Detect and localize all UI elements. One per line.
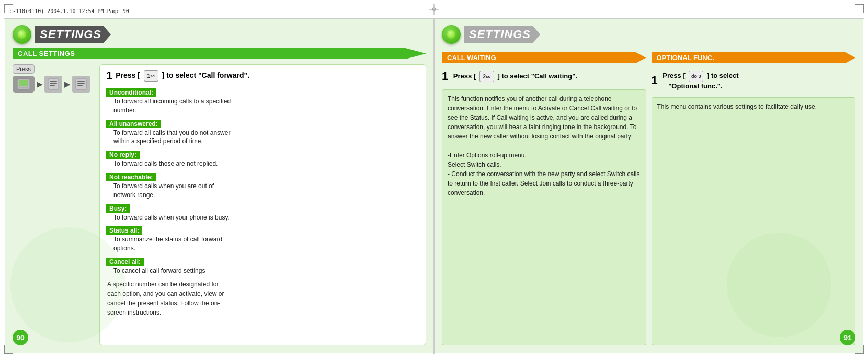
right-panels: CALL WAITING 1 Press [ 2sc ] to select "… — [442, 52, 855, 345]
call-waiting-info: This function notifies you of another ca… — [442, 89, 646, 345]
option-note: A specific number can be designated fore… — [106, 280, 419, 317]
settings-title-bg-right: SETTINGS — [464, 26, 540, 43]
option-no-reply: No reply: To forward calls those are not… — [106, 148, 419, 168]
svg-rect-16 — [77, 81, 85, 82]
optional-func-step-text: Press [ do 3 ] to select "Optional func.… — [661, 71, 739, 90]
svg-rect-13 — [50, 83, 57, 84]
option-desc-no-reply: To forward calls those are not replied. — [106, 159, 419, 168]
settings-icon-left — [13, 25, 31, 44]
option-status-all: Status all: To summarize the status of c… — [106, 224, 419, 253]
key-do3: do 3 — [689, 71, 703, 82]
options-list: Unconditional: To forward all incoming c… — [106, 86, 419, 275]
optional-func-label: OPTIONAL FUNC. — [657, 54, 714, 62]
left-page: SETTINGS CALL SETTINGS Press — [5, 19, 435, 353]
phone-icon-1 — [13, 76, 35, 93]
corner-tr — [855, 4, 864, 13]
call-waiting-badge: CALL WAITING — [442, 52, 646, 63]
option-desc-not-reachable: To forward calls when you are out ofnetw… — [106, 182, 419, 200]
settings-header-right: SETTINGS — [442, 25, 855, 44]
svg-rect-14 — [50, 85, 55, 86]
call-waiting-label: CALL WAITING — [447, 54, 496, 62]
svg-rect-10 — [26, 87, 28, 88]
svg-rect-8 — [19, 87, 21, 88]
option-desc-unconditional: To forward all incoming calls to a speci… — [106, 97, 419, 115]
call-waiting-step-num: 1 — [442, 71, 448, 82]
svg-rect-9 — [22, 87, 25, 88]
corner-tl — [4, 4, 13, 13]
option-label-not-reachable: Not reachable: — [106, 173, 156, 181]
option-label-status-all: Status all: — [106, 226, 142, 235]
optional-func-step1: 1 Press [ do 3 ] to select "Optional fun… — [652, 71, 856, 90]
header-text: c-110(0110) 2004.1.10 12:54 PM Page 90 — [9, 8, 129, 14]
option-label-cancel-all: Cancel all: — [106, 258, 144, 266]
option-unconditional: Unconditional: To forward all incoming c… — [106, 86, 419, 115]
settings-title-bg-left: SETTINGS — [35, 26, 111, 43]
menu-icon-1 — [44, 76, 62, 93]
option-desc-busy: To forward calls when your phone is busy… — [106, 213, 419, 222]
svg-rect-17 — [77, 83, 85, 84]
option-desc-all-unanswered: To forward all calls that you do not ans… — [106, 129, 419, 146]
option-cancel-all: Cancel all: To cancel all call forward s… — [106, 255, 419, 275]
page-num-right: 91 — [840, 330, 855, 345]
call-waiting-step1: 1 Press [ 2sc ] to select "Call waiting"… — [442, 71, 646, 82]
left-content: SETTINGS CALL SETTINGS Press — [13, 25, 426, 345]
key-2sc: 2sc — [479, 71, 494, 82]
right-header-area: SETTINGS — [442, 25, 855, 48]
option-label-all-unanswered: All unanswered: — [106, 120, 161, 128]
call-waiting-info-text: This function notifies you of another ca… — [448, 95, 640, 197]
option-not-reachable: Not reachable: To forward calls when you… — [106, 170, 419, 200]
settings-icon-inner — [18, 30, 26, 39]
option-all-unanswered: All unanswered: To forward all calls tha… — [106, 117, 419, 146]
settings-title-right: SETTINGS — [469, 28, 531, 41]
optional-func-info: This menu contains various settings to f… — [652, 97, 856, 345]
right-page: SETTINGS CALL WAITING 1 Press [ 2sc ] to… — [435, 19, 863, 353]
optional-func-step-num: 1 — [652, 75, 658, 86]
menu-icon-2 — [72, 76, 90, 93]
option-label-busy: Busy: — [106, 204, 130, 213]
settings-header-left: SETTINGS — [13, 25, 426, 44]
option-desc-cancel-all: To cancel all call forward settings — [106, 267, 419, 275]
svg-rect-7 — [19, 80, 28, 86]
settings-icon-inner-right — [447, 30, 455, 39]
press-badge: Press — [13, 64, 35, 74]
step1-num: 1 — [106, 70, 112, 82]
optional-func-info-text: This menu contains various settings to f… — [657, 103, 817, 110]
call-waiting-step-text: Press [ 2sc ] to select "Call waiting". — [451, 71, 577, 82]
arrow-icon: ▶ — [37, 80, 42, 88]
optional-func-panel: OPTIONAL FUNC. 1 Press [ do 3 ] to selec… — [652, 52, 856, 345]
optional-func-badge: OPTIONAL FUNC. — [652, 52, 856, 63]
svg-rect-18 — [77, 85, 83, 86]
option-desc-status-all: To summarize the status of call forwardo… — [106, 235, 419, 253]
press-label: Press — [16, 66, 31, 72]
step1-text: Press [ 1sc ] to select "Call forward". — [116, 70, 249, 82]
main-content: SETTINGS CALL SETTINGS Press — [5, 19, 863, 353]
step1-title: 1 Press [ 1sc ] to select "Call forward"… — [106, 70, 419, 82]
settings-title-left: SETTINGS — [40, 28, 101, 41]
step-content-row: Press ▶ ▶ — [13, 64, 426, 345]
page-num-left: 90 — [13, 330, 28, 345]
svg-rect-12 — [50, 81, 57, 82]
step1-section: 1 Press [ 1sc ] to select "Call forward"… — [99, 64, 426, 345]
call-waiting-panel: CALL WAITING 1 Press [ 2sc ] to select "… — [442, 52, 646, 345]
option-label-unconditional: Unconditional: — [106, 88, 156, 97]
arrow-icon-2: ▶ — [64, 80, 70, 88]
key-1sc: 1sc — [144, 70, 158, 82]
phone-illustration: ▶ ▶ — [13, 76, 90, 93]
option-busy: Busy: To forward calls when your phone i… — [106, 202, 419, 222]
crosshair-top — [429, 4, 439, 15]
call-settings-label: CALL SETTINGS — [18, 50, 75, 57]
option-label-no-reply: No reply: — [106, 151, 140, 159]
settings-icon-right — [442, 25, 461, 44]
call-settings-badge: CALL SETTINGS — [13, 48, 426, 59]
